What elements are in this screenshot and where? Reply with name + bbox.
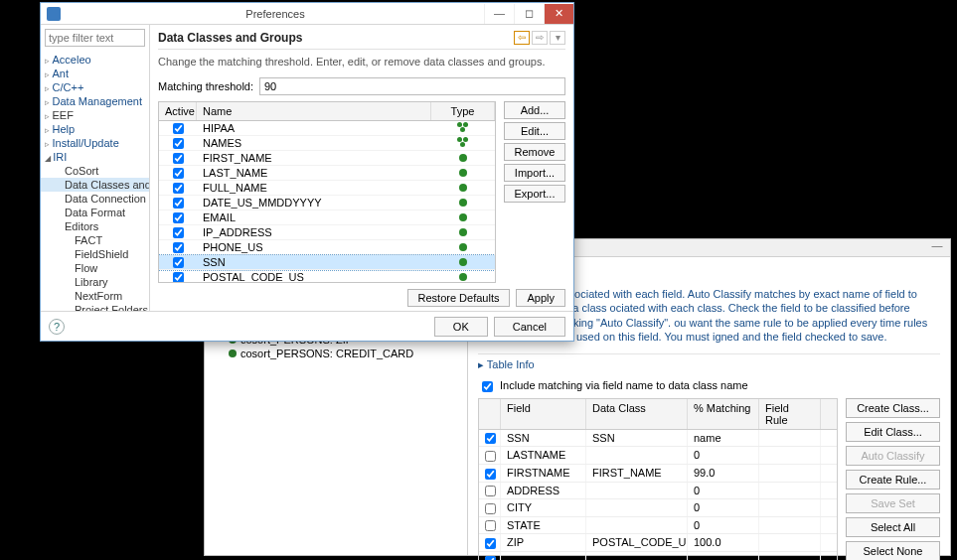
cell-type — [431, 211, 495, 223]
nav-item[interactable]: Install/Update — [41, 136, 149, 150]
nav-item[interactable]: FACT — [41, 233, 149, 247]
row-checkbox[interactable] — [485, 538, 496, 549]
class-icon — [459, 273, 467, 281]
row-checkbox[interactable] — [173, 272, 184, 282]
row-checkbox[interactable] — [173, 198, 184, 209]
class-table-row[interactable]: IP_ADDRESS — [159, 225, 495, 240]
threshold-input[interactable] — [259, 77, 565, 95]
row-checkbox[interactable] — [173, 242, 184, 253]
nav-forward-icon[interactable]: ⇨ — [532, 31, 548, 45]
cell-rule — [759, 499, 821, 516]
field-grid-row[interactable]: STATE0 — [479, 517, 837, 535]
row-checkbox[interactable] — [485, 486, 496, 496]
nav-item[interactable]: Project Folders — [41, 303, 149, 311]
field-grid-row[interactable]: ZIPPOSTAL_CODE_US100.0 — [479, 534, 837, 552]
field-grid-row[interactable]: FIRSTNAMEFIRST_NAME99.0 — [479, 465, 837, 483]
help-icon[interactable]: ? — [49, 319, 65, 335]
nav-back-icon[interactable]: ⇦ — [514, 31, 530, 45]
nav-item[interactable]: IRI — [41, 150, 149, 164]
nav-item[interactable]: NextForm — [41, 289, 149, 303]
row-checkbox[interactable] — [173, 212, 184, 223]
remove-button[interactable]: Remove — [504, 143, 565, 161]
class-table-row[interactable]: LAST_NAME — [159, 166, 495, 181]
cell-field: SSN — [501, 430, 586, 447]
class-table-row[interactable]: SSN — [159, 255, 495, 270]
row-checkbox[interactable] — [485, 433, 496, 444]
nav-item[interactable]: EEF — [41, 108, 149, 122]
table-info-section[interactable]: Table Info — [478, 353, 940, 375]
class-table-row[interactable]: PHONE_US — [159, 240, 495, 255]
class-table-row[interactable]: HIPAA — [159, 121, 495, 136]
class-table-row[interactable]: EMAIL — [159, 210, 495, 225]
nav-item[interactable]: Help — [41, 122, 149, 136]
nav-item[interactable]: Data Management — [41, 94, 149, 108]
field-grid[interactable]: Field Data Class % Matching Field Rule S… — [478, 398, 838, 560]
page-footer-buttons: Restore Defaults Apply — [158, 283, 565, 311]
nav-item[interactable]: C/C++ — [41, 80, 149, 94]
class-table-row[interactable]: DATE_US_MMDDYYYY — [159, 196, 495, 210]
row-checkbox[interactable] — [173, 183, 184, 194]
row-checkbox[interactable] — [485, 451, 496, 462]
restore-defaults-button[interactable]: Restore Defaults — [407, 289, 511, 307]
cell-field: CITY — [501, 499, 586, 516]
row-checkbox[interactable] — [173, 257, 184, 268]
nav-item[interactable]: FieldShield — [41, 247, 149, 261]
import-button[interactable]: Import... — [504, 164, 565, 182]
window-close-button[interactable]: ✕ — [544, 4, 573, 24]
nav-item[interactable]: Data Format — [41, 206, 149, 219]
ok-button[interactable]: OK — [434, 317, 488, 337]
row-checkbox[interactable] — [173, 168, 184, 179]
field-grid-row[interactable]: ADDRESS0 — [479, 483, 837, 500]
add-button[interactable]: Add... — [504, 101, 565, 119]
schema-tree-item[interactable]: cosort_PERSONS: CREDIT_CARD — [205, 347, 467, 360]
save-set-button[interactable]: Save Set — [846, 493, 940, 513]
nav-item[interactable]: Library — [41, 275, 149, 289]
field-grid-row[interactable]: CITY0 — [479, 499, 837, 517]
apply-button[interactable]: Apply — [516, 289, 565, 307]
auto-classify-button[interactable]: Auto Classify — [846, 446, 940, 466]
minimize-icon[interactable]: — — [930, 239, 944, 251]
edit-class-button[interactable]: Edit Class... — [846, 422, 940, 442]
row-checkbox[interactable] — [173, 138, 184, 149]
field-grid-row[interactable]: CREDIT_CARDCREDIT_CARDname — [479, 552, 837, 560]
row-checkbox[interactable] — [173, 153, 184, 164]
class-table-row[interactable]: FULL_NAME — [159, 181, 495, 196]
window-maximize-button[interactable]: ◻ — [514, 4, 544, 24]
row-checkbox[interactable] — [173, 227, 184, 238]
nav-item[interactable]: CoSort — [41, 164, 149, 178]
cancel-button[interactable]: Cancel — [494, 317, 565, 337]
row-checkbox[interactable] — [485, 503, 496, 514]
row-checkbox[interactable] — [485, 556, 496, 560]
nav-menu-icon[interactable]: ▾ — [550, 31, 565, 45]
nav-item[interactable]: Editors — [41, 219, 149, 233]
nav-item[interactable]: Data Connection Registry — [41, 192, 149, 206]
preferences-titlebar[interactable]: Preferences — ◻ ✕ — [41, 3, 573, 25]
filter-input[interactable] — [45, 29, 145, 47]
edit-button[interactable]: Edit... — [504, 122, 565, 140]
row-checkbox[interactable] — [485, 520, 496, 531]
class-table[interactable]: Active Name Type HIPAANAMESFIRST_NAMELAS… — [158, 101, 496, 283]
field-grid-row[interactable]: LASTNAME0 — [479, 447, 837, 465]
class-table-row[interactable]: POSTAL_CODE_US — [159, 270, 495, 282]
cell-field: ADDRESS — [501, 483, 586, 499]
nav-item[interactable]: Flow — [41, 261, 149, 275]
export-button[interactable]: Export... — [504, 185, 565, 203]
select-none-button[interactable]: Select None — [846, 541, 940, 560]
create-class-button[interactable]: Create Class... — [846, 398, 940, 418]
window-minimize-button[interactable]: — — [484, 4, 514, 24]
class-table-row[interactable]: FIRST_NAME — [159, 151, 495, 166]
row-checkbox[interactable] — [485, 469, 496, 480]
cell-name: PHONE_US — [197, 241, 431, 253]
class-table-row[interactable]: NAMES — [159, 136, 495, 151]
nav-item[interactable]: Data Classes and Groups — [41, 178, 149, 192]
include-match-checkbox[interactable]: Include matching via field name to data … — [478, 375, 940, 398]
field-grid-row[interactable]: SSNSSNname — [479, 430, 837, 448]
row-checkbox[interactable] — [173, 123, 184, 134]
nav-item[interactable]: Ant — [41, 67, 149, 80]
cell-field: CREDIT_CARD — [501, 552, 586, 560]
select-all-button[interactable]: Select All — [846, 517, 940, 537]
class-icon — [459, 228, 467, 236]
nav-item[interactable]: Acceleo — [41, 53, 149, 67]
cell-type — [431, 152, 495, 164]
create-rule-button[interactable]: Create Rule... — [846, 470, 940, 490]
